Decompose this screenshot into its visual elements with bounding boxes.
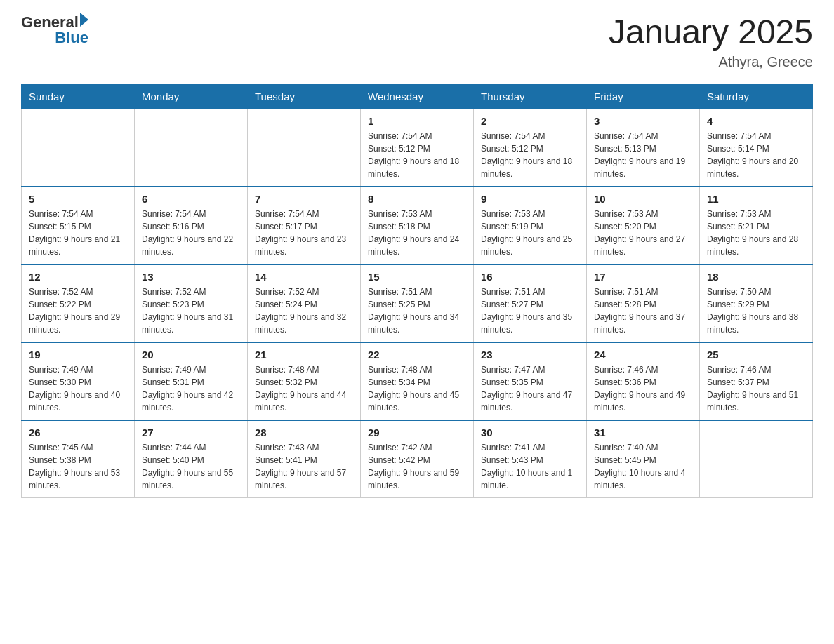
day-number: 8 (368, 193, 466, 205)
calendar-cell: 24Sunrise: 7:46 AMSunset: 5:36 PMDayligh… (587, 342, 700, 420)
calendar-cell: 14Sunrise: 7:52 AMSunset: 5:24 PMDayligh… (248, 264, 361, 342)
logo: General Blue (21, 14, 88, 46)
day-info: Sunrise: 7:40 AMSunset: 5:45 PMDaylight:… (594, 441, 692, 492)
day-number: 4 (707, 115, 805, 127)
day-number: 30 (481, 427, 579, 438)
day-number: 29 (368, 427, 466, 438)
day-number: 11 (707, 193, 805, 205)
day-number: 6 (142, 193, 240, 205)
calendar-cell: 8Sunrise: 7:53 AMSunset: 5:18 PMDaylight… (361, 187, 474, 264)
calendar-cell (700, 420, 813, 498)
page-header: General Blue January 2025 Athyra, Greece (21, 14, 813, 70)
day-info: Sunrise: 7:51 AMSunset: 5:25 PMDaylight:… (368, 286, 466, 336)
calendar-cell: 15Sunrise: 7:51 AMSunset: 5:25 PMDayligh… (361, 264, 474, 342)
calendar-cell: 7Sunrise: 7:54 AMSunset: 5:17 PMDaylight… (248, 187, 361, 264)
calendar-cell (248, 109, 361, 187)
calendar-cell: 6Sunrise: 7:54 AMSunset: 5:16 PMDaylight… (135, 187, 248, 264)
weekday-header-wednesday: Wednesday (361, 84, 474, 109)
day-number: 17 (594, 271, 692, 283)
day-info: Sunrise: 7:52 AMSunset: 5:24 PMDaylight:… (255, 286, 353, 336)
day-info: Sunrise: 7:46 AMSunset: 5:37 PMDaylight:… (707, 363, 805, 414)
calendar-cell (22, 109, 135, 187)
calendar-cell: 18Sunrise: 7:50 AMSunset: 5:29 PMDayligh… (700, 264, 813, 342)
day-number: 15 (368, 271, 466, 283)
calendar-table: SundayMondayTuesdayWednesdayThursdayFrid… (21, 84, 813, 498)
calendar-cell: 31Sunrise: 7:40 AMSunset: 5:45 PMDayligh… (587, 420, 700, 498)
day-number: 2 (481, 115, 579, 127)
day-number: 3 (594, 115, 692, 127)
calendar-cell: 11Sunrise: 7:53 AMSunset: 5:21 PMDayligh… (700, 187, 813, 264)
day-number: 25 (707, 349, 805, 361)
day-number: 16 (481, 271, 579, 283)
day-number: 27 (142, 427, 240, 438)
week-row-5: 26Sunrise: 7:45 AMSunset: 5:38 PMDayligh… (22, 420, 813, 498)
day-info: Sunrise: 7:53 AMSunset: 5:20 PMDaylight:… (594, 208, 692, 258)
day-info: Sunrise: 7:48 AMSunset: 5:34 PMDaylight:… (368, 363, 466, 414)
day-number: 1 (368, 115, 466, 127)
title-block: January 2025 Athyra, Greece (609, 14, 813, 70)
logo-blue: Blue (55, 29, 88, 46)
calendar-cell: 1Sunrise: 7:54 AMSunset: 5:12 PMDaylight… (361, 109, 474, 187)
calendar-cell: 2Sunrise: 7:54 AMSunset: 5:12 PMDaylight… (474, 109, 587, 187)
calendar-cell: 10Sunrise: 7:53 AMSunset: 5:20 PMDayligh… (587, 187, 700, 264)
calendar-cell (135, 109, 248, 187)
calendar-cell: 21Sunrise: 7:48 AMSunset: 5:32 PMDayligh… (248, 342, 361, 420)
day-info: Sunrise: 7:45 AMSunset: 5:38 PMDaylight:… (29, 441, 127, 492)
day-info: Sunrise: 7:42 AMSunset: 5:42 PMDaylight:… (368, 441, 466, 492)
day-info: Sunrise: 7:41 AMSunset: 5:43 PMDaylight:… (481, 441, 579, 492)
day-number: 24 (594, 349, 692, 361)
calendar-cell: 30Sunrise: 7:41 AMSunset: 5:43 PMDayligh… (474, 420, 587, 498)
day-info: Sunrise: 7:43 AMSunset: 5:41 PMDaylight:… (255, 441, 353, 492)
calendar-cell: 16Sunrise: 7:51 AMSunset: 5:27 PMDayligh… (474, 264, 587, 342)
day-info: Sunrise: 7:51 AMSunset: 5:27 PMDaylight:… (481, 286, 579, 336)
weekday-header-friday: Friday (587, 84, 700, 109)
day-info: Sunrise: 7:53 AMSunset: 5:19 PMDaylight:… (481, 208, 579, 258)
calendar-cell: 13Sunrise: 7:52 AMSunset: 5:23 PMDayligh… (135, 264, 248, 342)
calendar-cell: 20Sunrise: 7:49 AMSunset: 5:31 PMDayligh… (135, 342, 248, 420)
calendar-cell: 17Sunrise: 7:51 AMSunset: 5:28 PMDayligh… (587, 264, 700, 342)
calendar-cell: 27Sunrise: 7:44 AMSunset: 5:40 PMDayligh… (135, 420, 248, 498)
day-number: 22 (368, 349, 466, 361)
calendar-title: January 2025 (609, 14, 813, 51)
calendar-cell: 25Sunrise: 7:46 AMSunset: 5:37 PMDayligh… (700, 342, 813, 420)
day-info: Sunrise: 7:53 AMSunset: 5:21 PMDaylight:… (707, 208, 805, 258)
calendar-cell: 5Sunrise: 7:54 AMSunset: 5:15 PMDaylight… (22, 187, 135, 264)
day-info: Sunrise: 7:46 AMSunset: 5:36 PMDaylight:… (594, 363, 692, 414)
day-info: Sunrise: 7:54 AMSunset: 5:17 PMDaylight:… (255, 208, 353, 258)
day-info: Sunrise: 7:54 AMSunset: 5:13 PMDaylight:… (594, 130, 692, 180)
calendar-cell: 28Sunrise: 7:43 AMSunset: 5:41 PMDayligh… (248, 420, 361, 498)
day-number: 18 (707, 271, 805, 283)
day-number: 5 (29, 193, 127, 205)
calendar-cell: 22Sunrise: 7:48 AMSunset: 5:34 PMDayligh… (361, 342, 474, 420)
calendar-cell: 9Sunrise: 7:53 AMSunset: 5:19 PMDaylight… (474, 187, 587, 264)
calendar-cell: 23Sunrise: 7:47 AMSunset: 5:35 PMDayligh… (474, 342, 587, 420)
week-row-1: 1Sunrise: 7:54 AMSunset: 5:12 PMDaylight… (22, 109, 813, 187)
day-number: 9 (481, 193, 579, 205)
day-info: Sunrise: 7:54 AMSunset: 5:12 PMDaylight:… (368, 130, 466, 180)
day-number: 26 (29, 427, 127, 438)
day-number: 21 (255, 349, 353, 361)
calendar-cell: 26Sunrise: 7:45 AMSunset: 5:38 PMDayligh… (22, 420, 135, 498)
day-number: 13 (142, 271, 240, 283)
day-number: 31 (594, 427, 692, 438)
day-info: Sunrise: 7:54 AMSunset: 5:14 PMDaylight:… (707, 130, 805, 180)
day-number: 14 (255, 271, 353, 283)
day-info: Sunrise: 7:51 AMSunset: 5:28 PMDaylight:… (594, 286, 692, 336)
weekday-header-saturday: Saturday (700, 84, 813, 109)
day-info: Sunrise: 7:52 AMSunset: 5:23 PMDaylight:… (142, 286, 240, 336)
day-info: Sunrise: 7:49 AMSunset: 5:30 PMDaylight:… (29, 363, 127, 414)
day-info: Sunrise: 7:54 AMSunset: 5:16 PMDaylight:… (142, 208, 240, 258)
logo-arrow-icon (80, 13, 88, 27)
day-info: Sunrise: 7:44 AMSunset: 5:40 PMDaylight:… (142, 441, 240, 492)
day-number: 7 (255, 193, 353, 205)
weekday-header-monday: Monday (135, 84, 248, 109)
day-number: 10 (594, 193, 692, 205)
calendar-cell: 29Sunrise: 7:42 AMSunset: 5:42 PMDayligh… (361, 420, 474, 498)
weekday-header-sunday: Sunday (22, 84, 135, 109)
calendar-cell: 19Sunrise: 7:49 AMSunset: 5:30 PMDayligh… (22, 342, 135, 420)
day-number: 12 (29, 271, 127, 283)
week-row-4: 19Sunrise: 7:49 AMSunset: 5:30 PMDayligh… (22, 342, 813, 420)
day-number: 19 (29, 349, 127, 361)
day-info: Sunrise: 7:48 AMSunset: 5:32 PMDaylight:… (255, 363, 353, 414)
weekday-header-tuesday: Tuesday (248, 84, 361, 109)
